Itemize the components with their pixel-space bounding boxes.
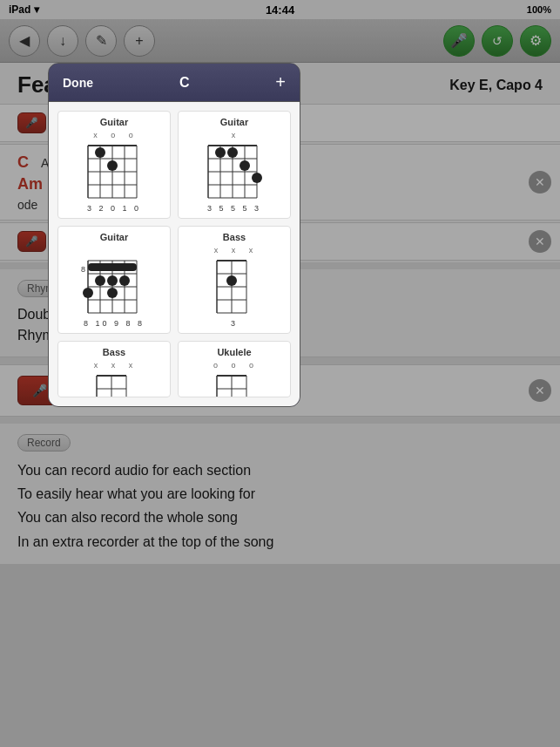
svg-text:8: 8 [81, 265, 85, 274]
diagram5-marks: x x x [64, 361, 165, 370]
diagram4-numbers: 3 [184, 319, 285, 328]
chord-modal: Done C + Guitar x o o [48, 63, 300, 407]
chord-diagram-guitar-3[interactable]: Guitar 8 [57, 226, 171, 334]
chord-diagram-guitar-2[interactable]: Guitar x [178, 111, 291, 219]
svg-rect-37 [88, 263, 137, 271]
diagram6-marks: o o o [184, 361, 285, 370]
svg-point-11 [107, 160, 118, 171]
chord-diagram-bass-1[interactable]: Bass x x x 3 [178, 226, 291, 334]
modal-done-button[interactable]: Done [59, 74, 97, 92]
diagram2-marks: x [184, 131, 285, 139]
diagram2-svg [184, 141, 285, 202]
svg-point-40 [119, 275, 130, 286]
diagram1-svg [64, 141, 165, 202]
diagram1-marks: x o o [64, 131, 165, 139]
diagram4-marks: x x x [184, 246, 285, 255]
diagram5-svg [64, 371, 165, 397]
diagram6-svg [184, 371, 285, 397]
diagram2-title: Guitar [184, 117, 285, 127]
diagram5-title: Bass [64, 347, 165, 357]
diagram6-title: Ukulele [184, 347, 285, 357]
modal-chord-title: C [97, 75, 272, 91]
svg-point-38 [95, 275, 105, 286]
svg-point-25 [252, 173, 262, 183]
diagram1-numbers: 3 2 0 1 0 [64, 204, 165, 213]
svg-point-42 [107, 288, 118, 298]
svg-point-24 [240, 160, 250, 171]
chord-diagram-guitar-1[interactable]: Guitar x o o [57, 111, 171, 219]
chord-diagram-ukulele[interactable]: Ukulele o o o [178, 341, 291, 397]
diagram4-title: Bass [184, 232, 285, 242]
diagram3-svg: 8 [64, 256, 165, 317]
diagram4-svg [184, 256, 285, 317]
chord-diagram-bass-2[interactable]: Bass x x x [57, 341, 171, 397]
svg-point-39 [107, 275, 118, 286]
svg-point-51 [226, 275, 237, 286]
diagram3-title: Guitar [64, 232, 165, 242]
diagram3-marks [64, 246, 165, 255]
diagram3-numbers: 8 10 9 8 8 [64, 319, 165, 328]
svg-point-23 [227, 147, 238, 158]
diagram1-title: Guitar [64, 117, 165, 127]
modal-add-button[interactable]: + [272, 71, 289, 94]
modal-overlay[interactable]: Done C + Guitar x o o [0, 0, 560, 747]
modal-body: Guitar x o o [49, 102, 300, 406]
svg-point-41 [83, 288, 93, 298]
svg-point-10 [95, 147, 105, 158]
modal-header: Done C + [49, 64, 300, 102]
svg-point-22 [215, 147, 226, 158]
diagram2-numbers: 3 5 5 5 3 [184, 204, 285, 213]
